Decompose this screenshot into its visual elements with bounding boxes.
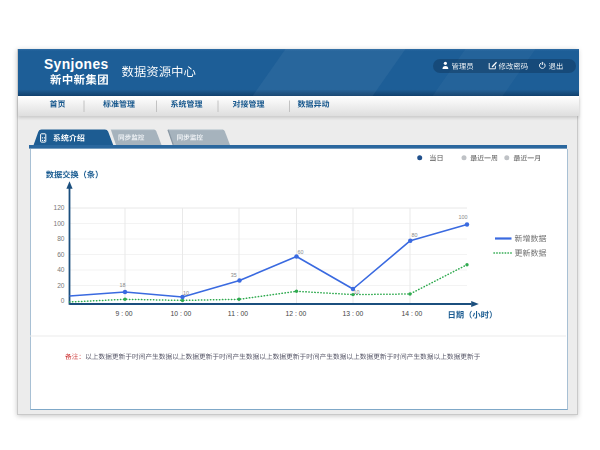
svg-text:14 : 00: 14 : 00 [402, 310, 423, 317]
svg-text:10 : 00: 10 : 00 [171, 310, 192, 317]
svg-text:0: 0 [61, 297, 65, 304]
svg-text:40: 40 [57, 266, 65, 273]
svg-text:80: 80 [412, 232, 418, 238]
svg-text:60: 60 [297, 249, 303, 255]
svg-text:35: 35 [231, 272, 237, 278]
svg-text:11 : 00: 11 : 00 [228, 310, 249, 317]
svg-text:120: 120 [53, 204, 64, 211]
svg-text:13 : 00: 13 : 00 [343, 310, 364, 317]
svg-text:80: 80 [57, 235, 65, 242]
svg-text:10: 10 [354, 289, 360, 295]
svg-text:20: 20 [57, 282, 65, 289]
svg-text:9 : 00: 9 : 00 [115, 310, 132, 317]
svg-text:100: 100 [459, 214, 468, 220]
svg-text:100: 100 [53, 220, 64, 227]
svg-text:12 : 00: 12 : 00 [286, 310, 307, 317]
svg-text:60: 60 [57, 251, 65, 258]
svg-text:18: 18 [119, 282, 125, 288]
svg-text:10: 10 [183, 290, 189, 296]
svg-text:Synjones: Synjones [44, 57, 109, 72]
